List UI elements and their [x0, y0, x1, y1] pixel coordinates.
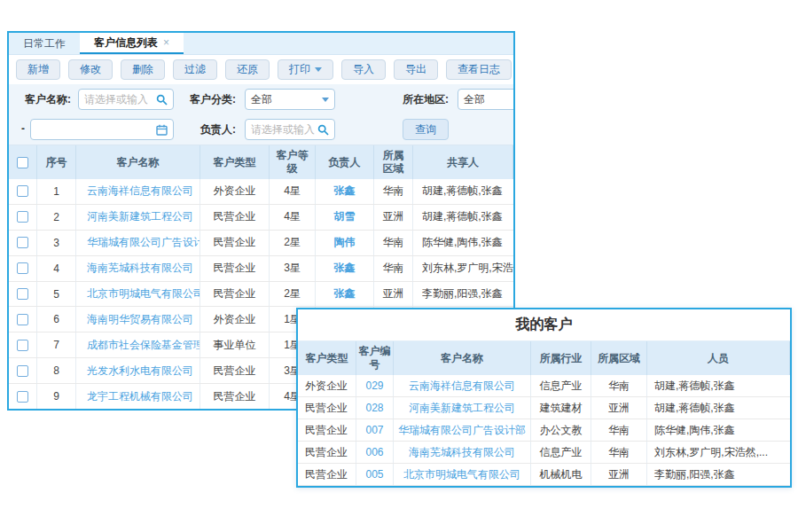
header-shared[interactable]: 共享人 [413, 145, 513, 179]
customer-code-link[interactable]: 005 [356, 464, 394, 485]
customer-type: 民营企业 [200, 256, 270, 281]
owner-link[interactable]: 张鑫 [316, 282, 374, 307]
header-people[interactable]: 人员 [647, 341, 790, 375]
toolbar: 新增 修改 删除 过滤 还原 打印 导入 导出 查看日志 [9, 55, 513, 84]
owner-input[interactable]: 请选择或输入 [245, 119, 335, 140]
view-log-button[interactable]: 查看日志 [446, 59, 512, 80]
tab-close-icon[interactable]: × [163, 37, 169, 48]
table-row[interactable]: 5 北京市明城电气有限公司 民营企业 2星 张鑫 亚洲 李勤丽,阳强,张鑫 [9, 282, 513, 308]
header-name[interactable]: 客户名称 [394, 341, 531, 375]
customer-name-link[interactable]: 海南明华贸易有限公司 [76, 307, 200, 332]
customer-code-link[interactable]: 007 [356, 419, 394, 441]
calendar-icon[interactable] [156, 124, 168, 136]
import-button[interactable]: 导入 [341, 59, 386, 80]
customer-name-link[interactable]: 华瑞城有限公司广告设计部 [394, 419, 531, 441]
search-icon[interactable] [156, 94, 168, 106]
row-checkbox[interactable] [17, 185, 28, 197]
table-row[interactable]: 民营企业 028 河南美新建筑工程公司 建筑建材 亚洲 胡建,蒋德帧,张鑫 [298, 397, 790, 419]
customer-name-link[interactable]: 龙宇工程机械有限公司 [76, 384, 200, 409]
customer-type: 民营企业 [298, 442, 356, 463]
industry: 机械机电 [531, 464, 591, 485]
category-select[interactable]: 全部 [245, 89, 335, 110]
customer-name-link[interactable]: 光发水利水电有限公司 [76, 358, 200, 383]
customer-name-link[interactable]: 海南芜城科技有限公司 [76, 256, 200, 281]
header-customer-type[interactable]: 客户类型 [200, 145, 270, 179]
customer-name-link[interactable]: 北京市明城电气有限公司 [394, 464, 531, 485]
filter-button[interactable]: 过滤 [173, 59, 217, 80]
checkbox-cell [9, 205, 37, 230]
customer-type: 民营企业 [298, 419, 356, 441]
row-checkbox[interactable] [17, 391, 28, 403]
customer-name-link[interactable]: 北京市明城电气有限公司 [76, 282, 200, 307]
customer-name-link[interactable]: 成都市社会保险基金管理... [76, 332, 200, 357]
people: 李勤丽,阳强,张鑫 [647, 464, 790, 485]
header-region[interactable]: 所属区域 [591, 341, 647, 375]
industry: 办公文教 [531, 419, 591, 441]
customer-name-link[interactable]: 云南海祥信息有限公司 [76, 179, 200, 204]
table-row[interactable]: 2 河南美新建筑工程公司 民营企业 4星 胡雪 亚洲 胡建,蒋德帧,张鑫 [9, 205, 513, 231]
owner-link[interactable]: 陶伟 [316, 231, 374, 255]
owner-link[interactable]: 张鑫 [316, 256, 374, 281]
export-button[interactable]: 导出 [394, 59, 438, 80]
print-button[interactable]: 打印 [278, 59, 333, 80]
customer-code-link[interactable]: 029 [356, 375, 394, 396]
header-customer-level[interactable]: 客户等级 [270, 145, 316, 179]
row-checkbox[interactable] [17, 288, 28, 300]
table-row[interactable]: 1 云南海祥信息有限公司 外资企业 4星 张鑫 华南 胡建,蒋德帧,张鑫 [9, 179, 513, 205]
customer-level: 3星 [270, 256, 316, 281]
table-row[interactable]: 外资企业 029 云南海祥信息有限公司 信息产业 华南 胡建,蒋德帧,张鑫 [298, 375, 790, 397]
row-checkbox[interactable] [17, 262, 28, 274]
header-code[interactable]: 客户编号 [356, 341, 394, 375]
row-checkbox[interactable] [17, 365, 28, 377]
tab-daily-work[interactable]: 日常工作 [9, 33, 80, 54]
table-row[interactable]: 民营企业 005 北京市明城电气有限公司 机械机电 亚洲 李勤丽,阳强,张鑫 [298, 464, 790, 486]
customer-name-link[interactable]: 云南海祥信息有限公司 [394, 375, 531, 396]
table-row[interactable]: 4 海南芜城科技有限公司 民营企业 3星 张鑫 华南 刘东林,罗广明,宋浩然,张… [9, 256, 513, 282]
customer-name-link[interactable]: 河南美新建筑工程公司 [394, 397, 531, 419]
header-customer-name[interactable]: 客户名称 [76, 145, 200, 179]
shared-people: 胡建,蒋德帧,张鑫 [413, 179, 513, 204]
people: 陈华健,陶伟,张鑫 [647, 419, 790, 441]
row-checkbox[interactable] [17, 211, 28, 223]
customer-name-link[interactable]: 华瑞城有限公司广告设计部 [76, 231, 200, 255]
owner-link[interactable]: 张鑫 [316, 179, 374, 204]
delete-button[interactable]: 删除 [121, 59, 165, 80]
customer-code-link[interactable]: 006 [356, 442, 394, 463]
add-button[interactable]: 新增 [16, 59, 60, 80]
shared-people: 李勤丽,阳强,张鑫 [413, 282, 513, 307]
filter-button-label: 过滤 [184, 62, 206, 77]
row-no: 8 [37, 358, 76, 383]
region-select[interactable]: 全部 [458, 89, 515, 110]
owner-link[interactable]: 胡雪 [316, 205, 374, 230]
header-region[interactable]: 所属区域 [374, 145, 413, 179]
edit-button[interactable]: 修改 [68, 59, 113, 80]
date-input[interactable] [30, 119, 174, 140]
header-industry[interactable]: 所属行业 [531, 341, 591, 375]
tab-customer-list[interactable]: 客户信息列表 × [80, 33, 184, 54]
customer-name-link[interactable]: 河南美新建筑工程公司 [76, 205, 200, 230]
row-checkbox[interactable] [17, 314, 28, 325]
row-checkbox[interactable] [17, 237, 28, 248]
customer-type: 民营企业 [298, 397, 356, 419]
search-button[interactable]: 查询 [403, 119, 449, 140]
owner-placeholder: 请选择或输入 [251, 122, 317, 137]
header-type[interactable]: 客户类型 [298, 341, 356, 375]
edit-button-label: 修改 [80, 62, 101, 77]
select-all-checkbox[interactable] [17, 157, 28, 168]
search-icon[interactable] [317, 124, 329, 136]
table-row[interactable]: 3 华瑞城有限公司广告设计部 民营企业 2星 陶伟 华南 陈华健,陶伟,张鑫 [9, 231, 513, 256]
customer-name-input[interactable]: 请选择或输入 [78, 89, 174, 110]
table-row[interactable]: 民营企业 006 海南芜城科技有限公司 信息产业 华南 刘东林,罗广明,宋浩然,… [298, 442, 790, 464]
region: 华南 [374, 179, 413, 204]
customer-type: 外资企业 [298, 375, 356, 396]
customer-level: 2星 [270, 231, 316, 255]
customer-name-link[interactable]: 海南芜城科技有限公司 [394, 442, 531, 463]
customer-code-link[interactable]: 028 [356, 397, 394, 419]
header-owner[interactable]: 负责人 [316, 145, 374, 179]
chevron-down-icon [315, 67, 322, 72]
filter-row-1: 客户名称: 请选择或输入 客户分类: 全部 所在地区: 全部 [9, 84, 513, 114]
restore-button[interactable]: 还原 [225, 59, 270, 80]
row-checkbox[interactable] [17, 340, 28, 351]
header-no[interactable]: 序号 [37, 145, 76, 179]
table-row[interactable]: 民营企业 007 华瑞城有限公司广告设计部 办公文教 华南 陈华健,陶伟,张鑫 [298, 419, 790, 442]
